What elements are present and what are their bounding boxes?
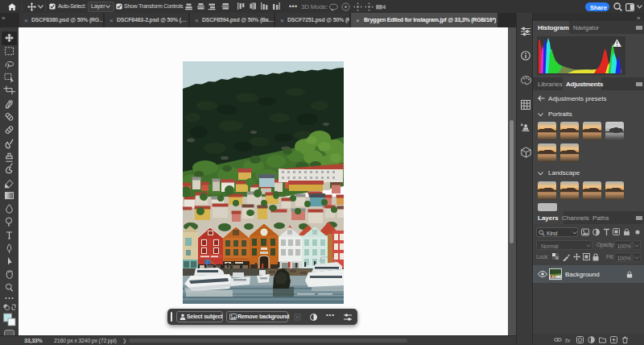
svg-text:fx: fx [565,337,571,344]
